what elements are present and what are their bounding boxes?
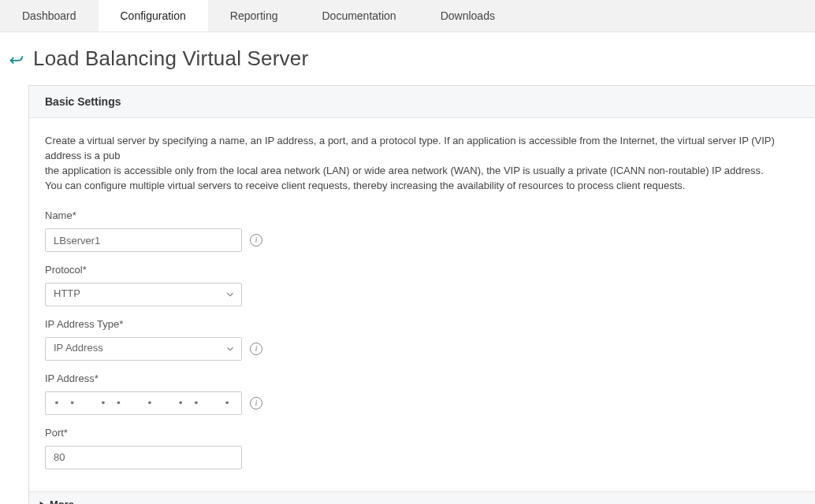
back-arrow-icon[interactable] — [8, 50, 25, 68]
page-header: Load Balancing Virtual Server — [0, 32, 815, 85]
name-input[interactable] — [45, 228, 242, 252]
field-port: Port* — [45, 426, 799, 469]
more-toggle[interactable]: More — [29, 491, 815, 504]
ip-address-input[interactable] — [45, 391, 242, 415]
info-icon[interactable]: i — [250, 234, 262, 246]
panel-body: Create a virtual server by specifying a … — [29, 118, 815, 491]
ip-type-label: IP Address Type* — [45, 317, 799, 332]
field-name: Name* i — [45, 209, 799, 252]
more-label: More — [50, 498, 74, 504]
protocol-label: Protocol* — [45, 263, 799, 278]
ip-type-select[interactable]: IP Address — [45, 337, 242, 361]
page-title: Load Balancing Virtual Server — [33, 46, 308, 71]
panel-header: Basic Settings — [29, 86, 815, 118]
desc-line: the application is accessible only from … — [45, 164, 799, 179]
name-label: Name* — [45, 209, 799, 224]
field-ip-type: IP Address Type* IP Address i — [45, 317, 799, 361]
panel-description: Create a virtual server by specifying a … — [45, 134, 799, 193]
tab-configuration[interactable]: Configuration — [99, 0, 208, 32]
port-label: Port* — [45, 426, 799, 441]
info-icon[interactable]: i — [250, 397, 262, 410]
ip-address-label: IP Address* — [45, 372, 799, 387]
top-tabs: Dashboard Configuration Reporting Docume… — [0, 0, 815, 32]
tab-downloads[interactable]: Downloads — [419, 0, 517, 32]
field-protocol: Protocol* HTTP — [45, 263, 799, 306]
field-ip-address: IP Address* i — [45, 372, 799, 415]
desc-line: You can configure multiple virtual serve… — [45, 179, 799, 194]
desc-line: Create a virtual server by specifying a … — [45, 134, 799, 164]
tab-dashboard[interactable]: Dashboard — [0, 0, 99, 32]
port-input[interactable] — [45, 446, 242, 469]
basic-settings-panel: Basic Settings Create a virtual server b… — [28, 85, 815, 504]
tab-documentation[interactable]: Documentation — [300, 0, 418, 32]
tab-reporting[interactable]: Reporting — [208, 0, 300, 32]
caret-right-icon — [39, 501, 45, 504]
protocol-select[interactable]: HTTP — [45, 283, 242, 306]
info-icon[interactable]: i — [250, 343, 262, 355]
